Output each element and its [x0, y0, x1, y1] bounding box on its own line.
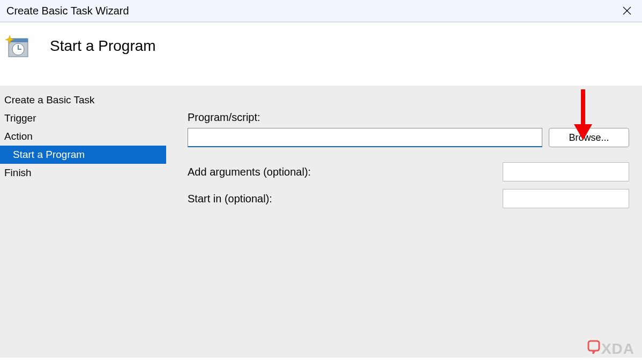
titlebar: Create Basic Task Wizard	[0, 0, 642, 22]
page-title: Start a Program	[50, 37, 156, 55]
wizard-header: Start a Program	[0, 22, 642, 86]
watermark: XDA	[587, 340, 634, 358]
arguments-input[interactable]	[503, 162, 629, 181]
wizard-icon	[5, 33, 31, 59]
watermark-text: XDA	[601, 340, 634, 358]
window-title: Create Basic Task Wizard	[6, 5, 129, 17]
content-area: Create a Basic Task Trigger Action Start…	[0, 86, 642, 358]
browse-button[interactable]: Browse...	[549, 128, 629, 147]
program-script-label: Program/script:	[188, 111, 629, 124]
startin-input[interactable]	[503, 189, 629, 208]
close-icon[interactable]	[618, 2, 636, 19]
step-start-a-program[interactable]: Start a Program	[0, 146, 166, 164]
watermark-logo-icon	[587, 340, 600, 358]
step-finish[interactable]: Finish	[0, 164, 166, 182]
step-trigger[interactable]: Trigger	[0, 109, 166, 127]
startin-label: Start in (optional):	[188, 193, 272, 205]
program-script-input[interactable]	[188, 128, 542, 147]
form-panel: Program/script: Browse... Add arguments …	[166, 86, 642, 358]
step-create-basic-task[interactable]: Create a Basic Task	[0, 91, 166, 109]
step-action[interactable]: Action	[0, 127, 166, 146]
wizard-steps-sidebar: Create a Basic Task Trigger Action Start…	[0, 86, 166, 358]
arguments-label: Add arguments (optional):	[188, 166, 311, 178]
